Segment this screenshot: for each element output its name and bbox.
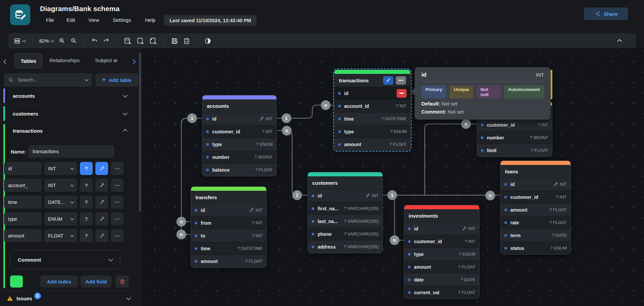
tabs-scroll-right-button[interactable]: [132, 59, 135, 65]
table-color-swatch[interactable]: [10, 275, 23, 288]
primary-key-toggle-button[interactable]: [95, 195, 108, 209]
add-table-toolbar-button[interactable]: [124, 37, 132, 45]
table-field-row[interactable]: phone? VARCHAR(255): [308, 228, 382, 241]
sidebar-scrollbar[interactable]: [139, 53, 141, 212]
canvas-table-transactions[interactable]: transactions•••idaccount_id? INTtime? DA…: [334, 70, 411, 151]
field-type-select[interactable]: FLOAT: [44, 229, 77, 242]
table-field-row[interactable]: term? DATE: [501, 229, 570, 242]
field-type-select[interactable]: INT: [44, 179, 77, 192]
tab-relationships[interactable]: Relationships: [49, 57, 80, 63]
table-field-row[interactable]: first_na...? VARCHAR(255): [308, 202, 382, 215]
delete-table-button[interactable]: [116, 275, 129, 288]
menu-view[interactable]: View: [86, 16, 102, 24]
undo-button[interactable]: [91, 37, 98, 44]
sidebar-item-transactions[interactable]: transactions: [0, 123, 138, 139]
primary-key-toggle-button[interactable]: [95, 179, 108, 192]
table-search-combobox[interactable]: [4, 73, 92, 87]
relationship-line[interactable]: [382, 195, 404, 240]
add-index-button[interactable]: Add index: [40, 275, 78, 288]
table-name-input[interactable]: [28, 145, 114, 158]
comment-collapsible[interactable]: Comment: [10, 250, 120, 269]
nullable-toggle-button[interactable]: ?: [80, 162, 93, 175]
table-field-row[interactable]: amount? FLOAT: [501, 204, 570, 216]
field-more-options-button[interactable]: ⋯: [111, 179, 124, 192]
zoom-out-button[interactable]: [70, 37, 77, 44]
table-field-row[interactable]: amount? FLOAT: [404, 261, 479, 273]
relationship-line[interactable]: [425, 124, 477, 195]
table-field-row[interactable]: status? ENUM: [501, 242, 570, 254]
table-field-row[interactable]: address? VARCHAR(255): [308, 241, 382, 253]
table-name-row[interactable]: transactions•••: [334, 74, 410, 87]
table-field-row[interactable]: idINT: [191, 204, 266, 217]
field-more-options-button[interactable]: ⋯: [111, 195, 124, 209]
nullable-toggle-button[interactable]: ?: [80, 229, 93, 242]
menu-help[interactable]: Help: [142, 16, 158, 24]
field-name-input[interactable]: [4, 212, 42, 225]
diagram-canvas[interactable]: 1nn1nn11nnn accountsidINTcustomer_id? IN…: [142, 48, 644, 306]
add-field-button[interactable]: Add field: [81, 275, 111, 288]
table-name-row[interactable]: transfers: [191, 191, 266, 204]
layout-rows-button[interactable]: [13, 37, 26, 45]
table-field-row[interactable]: customer_id? INT: [202, 125, 276, 138]
remove-field-button[interactable]: [397, 89, 407, 98]
field-more-options-button[interactable]: ⋯: [111, 229, 124, 242]
table-name-row[interactable]: investments: [404, 209, 479, 222]
table-name-row[interactable]: loans: [501, 165, 570, 178]
table-field-row[interactable]: type? ENUM: [334, 125, 410, 138]
nullable-toggle-button[interactable]: ?: [80, 212, 93, 225]
sidebar-item-accounts[interactable]: accounts: [0, 87, 138, 105]
field-more-options-button[interactable]: ⋯: [111, 162, 124, 175]
theme-contrast-button[interactable]: [204, 37, 212, 45]
canvas-table-accounts[interactable]: accountsidINTcustomer_id? INTtype? ENUMn…: [202, 95, 277, 176]
table-field-row[interactable]: time? DATETIME: [191, 242, 266, 255]
table-field-row[interactable]: idINT: [308, 189, 382, 202]
field-name-input[interactable]: [4, 229, 42, 242]
relationship-line[interactable]: [277, 131, 308, 195]
primary-key-toggle-button[interactable]: [95, 212, 108, 225]
save-button[interactable]: [171, 37, 178, 45]
menu-file[interactable]: File: [43, 16, 57, 24]
table-field-row[interactable]: customer_id? INT: [477, 119, 552, 131]
share-button[interactable]: Share: [584, 7, 628, 20]
table-field-row[interactable]: to? INT: [191, 229, 266, 242]
field-type-select[interactable]: INT: [44, 162, 77, 175]
table-field-row[interactable]: type? ENUM: [404, 248, 479, 261]
table-field-row[interactable]: idINT: [202, 113, 276, 125]
table-field-row[interactable]: amount? FLOAT: [334, 138, 410, 150]
field-type-select[interactable]: ENUM: [44, 212, 77, 225]
menu-edit[interactable]: Edit: [64, 16, 78, 24]
table-field-row[interactable]: number? BIGINT: [202, 151, 276, 164]
zoom-level-select[interactable]: 82%: [39, 38, 54, 44]
table-more-options-button[interactable]: •••: [396, 76, 406, 85]
zoom-in-button[interactable]: [58, 37, 65, 44]
tab-tables[interactable]: Tables: [15, 53, 42, 68]
add-table-button[interactable]: + Add table: [95, 73, 138, 87]
table-field-row[interactable]: type? ENUM: [202, 138, 276, 151]
table-field-row[interactable]: customer_id? INT: [501, 191, 570, 204]
primary-key-toggle-button[interactable]: [95, 229, 108, 242]
table-field-row[interactable]: limit? FLOAT: [477, 144, 552, 157]
canvas-table-customers[interactable]: customersidINTfirst_na...? VARCHAR(255)l…: [308, 172, 383, 253]
field-name-input[interactable]: [4, 162, 42, 175]
table-field-row[interactable]: idINT: [501, 178, 570, 191]
table-field-row[interactable]: current_val? FLOAT: [404, 286, 479, 299]
table-field-row[interactable]: time? DATETIME: [334, 113, 410, 125]
redo-button[interactable]: [103, 37, 110, 44]
menu-settings[interactable]: Settings: [110, 16, 134, 24]
app-logo[interactable]: [10, 4, 30, 25]
tab-subject-areas[interactable]: Subject ar: [95, 57, 118, 63]
table-field-row[interactable]: number? BIGINT: [477, 131, 552, 144]
toolbar-collapse-button[interactable]: [618, 38, 621, 44]
canvas-table-transfers[interactable]: transfersidINTfrom? INTto? INTtime? DATE…: [191, 186, 267, 268]
save-check-button[interactable]: [183, 37, 190, 45]
table-name-row[interactable]: customers: [308, 176, 382, 189]
table-field-row[interactable]: amount? FLOAT: [191, 255, 266, 267]
field-name-input[interactable]: [4, 179, 42, 192]
table-field-row[interactable]: date? DATE: [404, 273, 479, 286]
field-name-input[interactable]: [4, 195, 42, 209]
canvas-table-loans[interactable]: loansidINTcustomer_id? INTamount? FLOATr…: [500, 161, 571, 255]
search-input[interactable]: [17, 77, 82, 83]
sidebar-item-customers[interactable]: customers: [0, 105, 138, 123]
table-field-row[interactable]: customer_id? INT: [404, 235, 479, 248]
table-field-row[interactable]: idINT: [404, 222, 479, 235]
